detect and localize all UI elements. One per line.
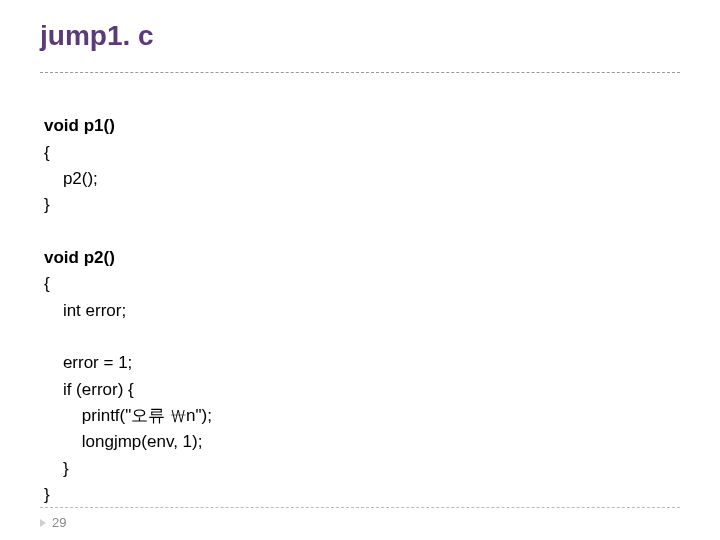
code-line: p2(); — [44, 169, 98, 188]
code-line: } — [44, 459, 69, 478]
code-line: void p1() — [44, 116, 115, 135]
footer-separator — [40, 507, 680, 508]
code-line: printf("오류 ₩n"); — [44, 406, 212, 425]
code-line: int error; — [44, 301, 126, 320]
slide-number: 29 — [52, 515, 66, 530]
code-line: error = 1; — [44, 353, 132, 372]
title-separator — [40, 72, 680, 73]
code-line: longjmp(env, 1); — [44, 432, 202, 451]
code-line: { — [44, 274, 50, 293]
page-title: jump1. c — [40, 20, 680, 58]
footer-bullet-icon — [40, 519, 46, 527]
code-line: } — [44, 485, 50, 504]
code-line: void p2() — [44, 248, 115, 267]
code-line: } — [44, 195, 50, 214]
code-block: void p1() { p2(); } void p2() { int erro… — [40, 87, 680, 509]
code-line: { — [44, 143, 50, 162]
code-line: if (error) { — [44, 380, 134, 399]
